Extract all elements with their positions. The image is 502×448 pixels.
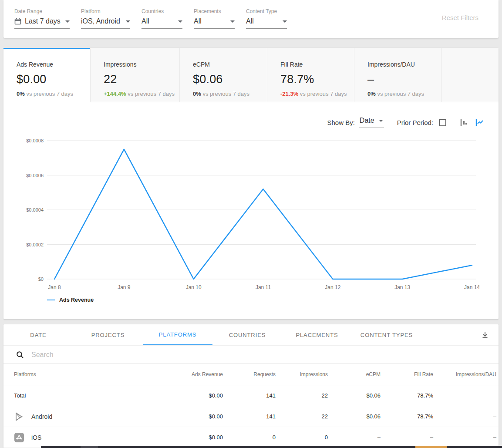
metric-label: eCPM (193, 61, 267, 68)
metric-value: $0.00 (17, 73, 90, 86)
metric-value: $0.06 (193, 73, 267, 86)
tab-projects[interactable]: PROJECTS (73, 324, 143, 345)
svg-text:Jan 10: Jan 10 (186, 284, 202, 290)
svg-text:Jan 8: Jan 8 (48, 284, 61, 290)
svg-text:$0: $0 (38, 276, 44, 282)
countries-label: Countries (142, 8, 182, 14)
row-name: iOS (31, 434, 41, 441)
metric-delta: 0% (17, 91, 25, 97)
metric-tab-fill-rate[interactable]: Fill Rate 78.7% -21.3% vs previous 7 day… (267, 48, 354, 102)
chevron-down-icon (379, 120, 383, 122)
download-button[interactable] (481, 331, 489, 339)
metric-delta-row: -21.3% vs previous 7 days (280, 91, 354, 97)
scrollbar-segment (81, 446, 98, 448)
tab-placements[interactable]: PLACEMENTS (282, 324, 352, 345)
cell-requests: 0 (223, 434, 276, 441)
cell-ecpm: $0.06 (328, 413, 381, 420)
reset-filters-button[interactable]: Reset Filters (442, 14, 478, 21)
svg-text:$0.0004: $0.0004 (26, 207, 44, 212)
metric-value: 22 (104, 73, 179, 86)
show-by-value: Date (360, 117, 374, 125)
cell-impressions: 22 (276, 413, 328, 420)
line-chart-toggle[interactable] (475, 118, 484, 127)
countries-value: All (142, 17, 149, 25)
cell-requests: 141 (223, 392, 276, 399)
metric-tab-ecpm[interactable]: eCPM $0.06 0% vs previous 7 days (179, 48, 267, 102)
prior-period-checkbox[interactable] (439, 119, 446, 126)
metric-label: Fill Rate (280, 61, 354, 68)
search-input[interactable] (31, 351, 499, 359)
show-by-select[interactable]: Date (359, 117, 384, 128)
download-icon (481, 331, 489, 339)
col-requests: Requests (223, 371, 276, 377)
platform-value: iOS, Android (81, 17, 120, 25)
cell-ads-revenue: $0.00 (171, 434, 223, 441)
scrollbar-thumb[interactable] (415, 446, 447, 448)
chart-controls: Show By: Date Prior Period: (3, 115, 484, 129)
platform-select[interactable]: iOS, Android (81, 17, 130, 29)
cell-fill-rate: 78.7% (381, 392, 433, 399)
metric-label: Impressions (104, 61, 179, 68)
chart-legend: Ads Revenue (47, 297, 499, 303)
legend-line-swatch (47, 300, 55, 300)
metric-tab-ads-revenue[interactable]: Ads Revenue $0.00 0% vs previous 7 days (3, 48, 90, 102)
horizontal-scrollbar[interactable] (41, 446, 502, 448)
platform-label: Platform (81, 8, 130, 14)
metric-delta-row: 0% vs previous 7 days (367, 91, 441, 97)
cell-impressions-dau: – (433, 434, 496, 441)
metric-delta: +144.4% (104, 91, 126, 97)
col-ads-revenue: Ads Revenue (171, 371, 223, 377)
prior-period-label: Prior Period: (397, 119, 433, 126)
svg-text:Jan 9: Jan 9 (118, 284, 131, 290)
tab-countries[interactable]: COUNTRIES (212, 324, 282, 345)
col-impressions-dau: Impressions/DAU (433, 371, 496, 377)
placements-select[interactable]: All (194, 17, 235, 29)
chart-section: Show By: Date Prior Period: $0.0008$0.00… (3, 115, 499, 303)
table-header: Platforms Ads Revenue Requests Impressio… (3, 364, 499, 385)
legend-label: Ads Revenue (59, 297, 94, 303)
table-row-android[interactable]: Android $0.00 141 22 $0.06 78.7% – (3, 406, 499, 427)
tab-date[interactable]: DATE (3, 324, 73, 345)
svg-text:Jan 12: Jan 12 (325, 284, 340, 290)
content-type-filter[interactable]: Content Type All (246, 8, 287, 38)
chevron-down-icon (65, 20, 70, 23)
svg-text:Jan 14: Jan 14 (464, 284, 480, 290)
svg-text:$0.0008: $0.0008 (26, 138, 44, 143)
tab-content-types[interactable]: CONTENT TYPES (352, 324, 421, 345)
search-icon (16, 351, 24, 359)
table-row-total[interactable]: Total $0.00 141 22 $0.06 78.7% – (3, 385, 499, 406)
line-chart-icon (475, 118, 484, 127)
content-type-select[interactable]: All (246, 17, 287, 29)
countries-select[interactable]: All (142, 17, 182, 29)
metric-tab-impressions-dau[interactable]: Impressions/DAU – 0% vs previous 7 days (354, 48, 441, 102)
countries-filter[interactable]: Countries All (142, 8, 182, 38)
date-range-filter[interactable]: Date Range Last 7 days (14, 8, 70, 38)
metric-delta-row: +144.4% vs previous 7 days (104, 91, 179, 97)
col-impressions: Impressions (276, 371, 328, 377)
content-type-label: Content Type (246, 8, 287, 14)
platform-filter[interactable]: Platform iOS, Android (81, 8, 130, 38)
app-store-icon (14, 432, 24, 443)
table-row-ios[interactable]: iOS $0.00 0 0 – – – (3, 427, 499, 448)
placements-value: All (194, 17, 202, 25)
breakdown-panel: DATE PROJECTS PLATFORMS COUNTRIES PLACEM… (3, 324, 499, 448)
metric-tabs: Ads Revenue $0.00 0% vs previous 7 days … (3, 48, 499, 102)
svg-text:$0.0006: $0.0006 (26, 173, 44, 178)
metric-delta-row: 0% vs previous 7 days (193, 91, 267, 97)
calendar-icon (14, 18, 21, 25)
metric-tab-empty (441, 48, 499, 102)
svg-text:Jan 13: Jan 13 (394, 284, 410, 290)
metric-tab-impressions[interactable]: Impressions 22 +144.4% vs previous 7 day… (90, 48, 179, 102)
breakdown-tabs: DATE PROJECTS PLATFORMS COUNTRIES PLACEM… (3, 324, 499, 346)
placements-filter[interactable]: Placements All (194, 8, 235, 38)
chevron-down-icon (126, 20, 130, 23)
cell-requests: 141 (223, 413, 276, 420)
bar-chart-toggle[interactable] (459, 118, 469, 127)
date-range-select[interactable]: Last 7 days (14, 17, 70, 29)
svg-text:$0.0002: $0.0002 (26, 242, 44, 247)
cell-ads-revenue: $0.00 (171, 413, 223, 420)
play-store-icon (14, 411, 24, 422)
tab-platforms[interactable]: PLATFORMS (143, 324, 212, 345)
cell-ecpm: – (328, 434, 381, 441)
cell-impressions: 0 (276, 434, 328, 441)
